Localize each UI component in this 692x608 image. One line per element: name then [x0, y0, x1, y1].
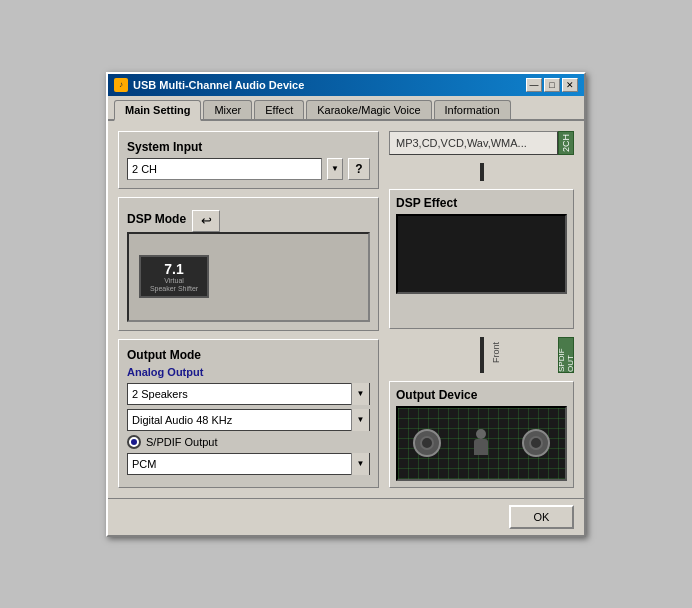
- person-body: [474, 439, 488, 455]
- tab-information[interactable]: Information: [434, 100, 511, 119]
- front-connector: [389, 337, 574, 373]
- dsp-mode-row: DSP Mode ↩: [127, 210, 370, 232]
- audio-format-dropdown[interactable]: Digital Audio 48 KHz ▼: [127, 409, 370, 431]
- help-button[interactable]: ?: [348, 158, 370, 180]
- main-window: ♪ USB Multi-Channel Audio Device — □ ✕ M…: [106, 72, 586, 537]
- connector-top: [389, 163, 574, 181]
- audio-format-dropdown-arrow[interactable]: ▼: [351, 409, 369, 431]
- virtual-speaker-number: 7.1: [149, 261, 199, 277]
- output-device-section: Output Device: [389, 381, 574, 488]
- mp3-display-area: MP3,CD,VCD,Wav,WMA... 2CH: [389, 131, 574, 155]
- mid-connector-area: Front SPDIF OUT: [389, 337, 574, 373]
- window-icon: ♪: [114, 78, 128, 92]
- system-input-label: System Input: [127, 140, 370, 154]
- output-mode-section: Output Mode Analog Output 2 Speakers ▼ D…: [118, 339, 379, 488]
- minimize-button[interactable]: —: [526, 78, 542, 92]
- dsp-mode-label: DSP Mode: [127, 212, 186, 226]
- connector-line-top: [480, 163, 484, 181]
- left-panel: System Input 2 CH ▼ ? DSP Mode ↩: [118, 131, 379, 488]
- person-head: [476, 429, 486, 439]
- speakers-dropdown[interactable]: 2 Speakers ▼: [127, 383, 370, 405]
- tab-effect[interactable]: Effect: [254, 100, 304, 119]
- dsp-effect-label: DSP Effect: [396, 196, 567, 210]
- radio-dot: [131, 439, 137, 445]
- connector-line-mid: [480, 337, 484, 373]
- analog-output-label: Analog Output: [127, 366, 370, 378]
- title-bar: ♪ USB Multi-Channel Audio Device — □ ✕: [108, 74, 584, 96]
- spdif-dropdown-arrow[interactable]: ▼: [351, 453, 369, 475]
- system-input-dropdown-arrow[interactable]: ▼: [327, 158, 343, 180]
- left-speaker-icon: [413, 429, 441, 457]
- output-device-label: Output Device: [396, 388, 567, 402]
- right-panel: MP3,CD,VCD,Wav,WMA... 2CH DSP Effect: [389, 131, 574, 488]
- window-title: USB Multi-Channel Audio Device: [133, 79, 304, 91]
- dsp-effect-display: [396, 214, 567, 294]
- spdif-radio[interactable]: [127, 435, 141, 449]
- system-input-row: 2 CH ▼ ?: [127, 158, 370, 180]
- person-figure: [471, 429, 491, 457]
- maximize-button[interactable]: □: [544, 78, 560, 92]
- ok-button[interactable]: OK: [509, 505, 574, 529]
- output-mode-label: Output Mode: [127, 348, 370, 362]
- mp3-display-text: MP3,CD,VCD,Wav,WMA...: [396, 137, 527, 149]
- spdif-label: S/PDIF Output: [146, 436, 218, 448]
- close-button[interactable]: ✕: [562, 78, 578, 92]
- dsp-mode-button[interactable]: ↩: [192, 210, 220, 232]
- virtual-speaker-button[interactable]: 7.1 Virtual Speaker Shifter: [139, 255, 209, 298]
- main-layout: System Input 2 CH ▼ ? DSP Mode ↩: [118, 131, 574, 488]
- bottom-bar: OK: [108, 498, 584, 535]
- front-label: Front: [491, 342, 501, 363]
- title-bar-text: ♪ USB Multi-Channel Audio Device: [114, 78, 304, 92]
- system-input-value: 2 CH: [132, 163, 157, 175]
- virtual-speaker-text1: Virtual: [149, 277, 199, 285]
- dsp-inner-area: 7.1 Virtual Speaker Shifter: [127, 232, 370, 322]
- left-speaker-cone: [420, 436, 434, 450]
- speaker-display: [396, 406, 567, 481]
- right-speaker-cone: [529, 436, 543, 450]
- dsp-effect-section: DSP Effect: [389, 189, 574, 329]
- system-input-dropdown[interactable]: 2 CH: [127, 158, 322, 180]
- system-input-section: System Input 2 CH ▼ ?: [118, 131, 379, 189]
- tab-bar: Main Setting Mixer Effect Karaoke/Magic …: [108, 96, 584, 121]
- speakers-dropdown-arrow[interactable]: ▼: [351, 383, 369, 405]
- tab-mixer[interactable]: Mixer: [203, 100, 252, 119]
- tab-karaoke[interactable]: Karaoke/Magic Voice: [306, 100, 431, 119]
- spdif-dropdown[interactable]: PCM ▼: [127, 453, 370, 475]
- dsp-mode-section: DSP Mode ↩ 7.1 Virtual Speaker Shifter: [118, 197, 379, 331]
- channel-label: 2CH: [558, 131, 574, 155]
- content-area: System Input 2 CH ▼ ? DSP Mode ↩: [108, 121, 584, 498]
- mp3-display: MP3,CD,VCD,Wav,WMA...: [389, 131, 558, 155]
- spdif-out-label: SPDIF OUT: [558, 337, 574, 373]
- speakers-value: 2 Speakers: [128, 383, 351, 405]
- virtual-speaker-text2: Speaker Shifter: [149, 285, 199, 293]
- title-buttons: — □ ✕: [526, 78, 578, 92]
- spdif-row: S/PDIF Output: [127, 435, 370, 449]
- audio-format-value: Digital Audio 48 KHz: [128, 409, 351, 431]
- right-speaker-icon: [522, 429, 550, 457]
- spdif-value: PCM: [128, 453, 351, 475]
- tab-main-setting[interactable]: Main Setting: [114, 100, 201, 121]
